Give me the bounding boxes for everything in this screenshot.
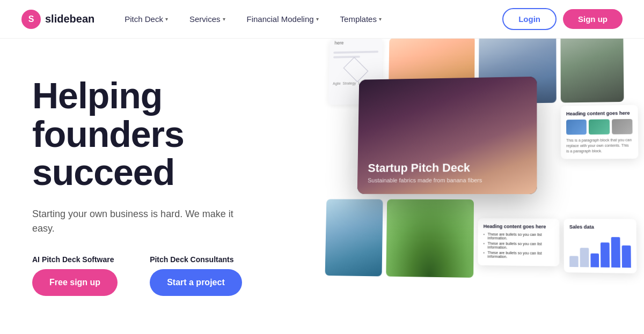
- bar-4: [601, 242, 610, 268]
- nav-financial-modeling[interactable]: Financial Modeling ▾: [238, 10, 327, 28]
- collage-container: here AgileStrategy1 Plan Startup Pitch: [324, 39, 644, 334]
- bullet-item-3: These are bullets so you can list inform…: [483, 251, 554, 259]
- thumbnail-row: [566, 119, 633, 135]
- chart-title: Sales data: [569, 224, 631, 230]
- cta-row: AI Pitch Deck Software Free sign up Pitc…: [32, 255, 290, 296]
- bar-1: [569, 256, 578, 267]
- logo-icon: S: [21, 10, 41, 29]
- login-button[interactable]: Login: [502, 8, 557, 30]
- logo-link[interactable]: S slidebean: [21, 10, 94, 29]
- cta-group-right: Pitch Deck Consultants Start a project: [150, 255, 242, 296]
- content-card-heading: Heading content goes here This is a para…: [561, 105, 639, 159]
- chart-card: Sales data: [564, 219, 637, 273]
- nav-services[interactable]: Services ▾: [181, 10, 234, 28]
- photo-tile-sky: [325, 199, 383, 276]
- chevron-down-icon: ▾: [316, 16, 319, 22]
- nav-actions: Login Sign up: [502, 8, 623, 30]
- main-content: Helping founders succeed Starting your o…: [0, 39, 644, 334]
- cta-left-label: AI Pitch Deck Software: [32, 255, 118, 264]
- bullet-item-1: These are bullets so you can list inform…: [484, 232, 554, 240]
- cta-right-label: Pitch Deck Consultants: [150, 255, 242, 264]
- here-label: here: [334, 40, 343, 46]
- photo-tile-forest: [560, 39, 624, 103]
- bar-2: [580, 248, 589, 267]
- thumb-1: [566, 120, 587, 135]
- hero-title: Helping founders succeed: [32, 77, 290, 191]
- navbar: S slidebean Pitch Deck ▾ Services ▾ Fina…: [0, 0, 644, 39]
- chevron-down-icon: ▾: [379, 16, 382, 22]
- hero-left: Helping founders succeed Starting your o…: [32, 77, 311, 295]
- card-title: Startup Pitch Deck: [368, 160, 526, 175]
- hero-collage: here AgileStrategy1 Plan Startup Pitch: [311, 39, 644, 334]
- thumb-2: [589, 119, 610, 135]
- nav-templates[interactable]: Templates ▾: [332, 10, 390, 28]
- chevron-down-icon: ▾: [165, 16, 168, 22]
- nav-links: Pitch Deck ▾ Services ▾ Financial Modeli…: [116, 10, 502, 28]
- bar-6: [622, 246, 631, 268]
- thumb-3: [612, 119, 633, 135]
- bar-chart: [569, 234, 631, 268]
- nav-pitch-deck[interactable]: Pitch Deck ▾: [116, 10, 177, 28]
- logo-text: slidebean: [45, 13, 94, 25]
- bullet-item-2: These are bullets so you can list inform…: [483, 241, 554, 249]
- card-body-text: This is a paragraph block that you can r…: [566, 137, 633, 154]
- pitch-deck-card: Startup Pitch Deck Sustainable fabrics m…: [357, 77, 537, 194]
- hero-subtitle: Starting your own business is hard. We m…: [32, 207, 258, 236]
- content-card-bullets: Heading content goes here These are bull…: [478, 218, 559, 266]
- bar-3: [590, 254, 599, 268]
- free-signup-button[interactable]: Free sign up: [32, 269, 118, 296]
- card-subtitle: Sustainable fabrics made from banana fib…: [368, 177, 526, 183]
- diamond-shape: [343, 57, 368, 82]
- bar-5: [611, 237, 620, 268]
- photo-tile-plant: [386, 199, 474, 278]
- signup-button[interactable]: Sign up: [563, 9, 623, 29]
- card-heading-title: Heading content goes here: [566, 110, 632, 117]
- cta-group-left: AI Pitch Deck Software Free sign up: [32, 255, 118, 296]
- chevron-down-icon: ▾: [223, 16, 225, 22]
- bullets-heading: Heading content goes here: [484, 224, 554, 229]
- start-project-button[interactable]: Start a project: [150, 269, 242, 296]
